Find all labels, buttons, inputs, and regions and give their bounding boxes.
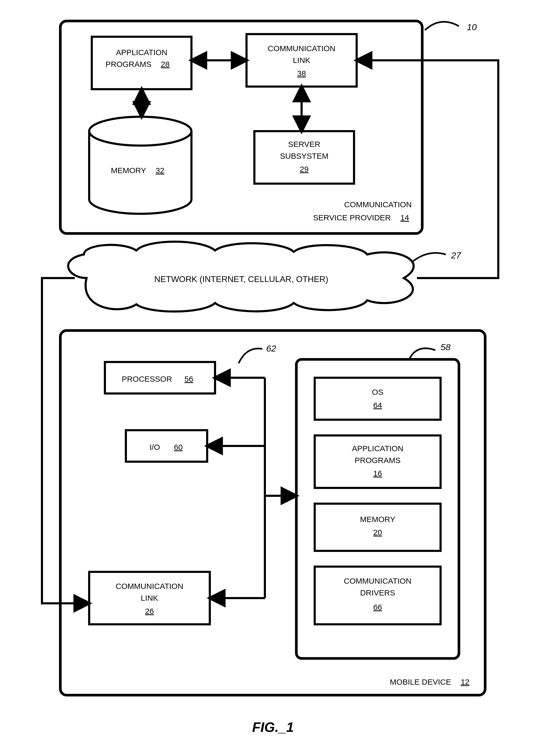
srv29-l1: SERVER	[288, 140, 320, 148]
svg-rect-5	[60, 331, 485, 695]
server-subsystem-29-box: SERVER SUBSYSTEM 29	[254, 131, 354, 184]
bus-ref-62: 62	[239, 343, 276, 363]
drv66-num: 66	[373, 603, 382, 611]
proc56-num: 56	[184, 375, 193, 383]
io60-num: 60	[174, 443, 183, 451]
module-ref-58: 58	[409, 342, 451, 359]
svg-rect-17	[315, 504, 441, 551]
application-programs-28-box: APPLICATION PROGRAMS 28	[92, 37, 191, 89]
processor-56-box: PROCESSOR 56	[105, 362, 215, 393]
cl38-l2: LINK	[293, 56, 311, 65]
app28-num: 28	[161, 60, 169, 68]
communication-link-26-box: COMMUNICATION LINK 26	[89, 572, 210, 624]
proc56-label: PROCESSOR	[122, 375, 172, 383]
mem32-num: 32	[156, 166, 164, 175]
cl38-l1: COMMUNICATION	[268, 44, 335, 53]
cl38-num: 38	[297, 69, 306, 78]
app28-l1: APPLICATION	[116, 48, 167, 57]
communication-service-provider-container: APPLICATION PROGRAMS 28 COMMUNICATION LI…	[60, 21, 422, 233]
ref58: 58	[441, 342, 451, 352]
ref10: 10	[467, 22, 477, 32]
io-60-box: I/O 60	[126, 430, 207, 462]
svg-rect-15	[315, 378, 441, 420]
srv29-num: 29	[300, 165, 308, 173]
system-ref-10: 10	[425, 22, 477, 32]
network-cloud: NETWORK (INTERNET, CELLULAR, OTHER)	[68, 242, 414, 311]
figure-caption: FIG._1	[252, 720, 294, 735]
csp-num: 14	[400, 213, 409, 222]
internal-bus-62	[207, 378, 296, 598]
svg-rect-7	[126, 430, 207, 462]
mem20-num: 20	[373, 528, 382, 537]
apps16-l2: PROGRAMS	[355, 456, 400, 465]
mem32-label: MEMORY	[111, 166, 146, 175]
os64-label: OS	[372, 388, 383, 396]
csp-label-l1: COMMUNICATION	[344, 200, 412, 209]
app28-l2: PROGRAMS	[105, 60, 151, 68]
mem20-label: MEMORY	[360, 515, 395, 524]
cl26-l1: COMMUNICATION	[116, 582, 183, 590]
drv66-l1: COMMUNICATION	[344, 577, 411, 585]
memory-32-cylinder: MEMORY 32	[89, 117, 191, 214]
drv66-l2: DRIVERS	[360, 588, 395, 597]
apps16-l1: APPLICATION	[352, 444, 403, 453]
system-diagram: APPLICATION PROGRAMS 28 COMMUNICATION LI…	[0, 0, 546, 756]
communication-link-38-box: COMMUNICATION LINK 38	[247, 34, 357, 87]
cl26-num: 26	[145, 607, 154, 615]
network-ref-27: 27	[412, 250, 461, 262]
ref62: 62	[266, 343, 276, 353]
srv29-l2: SUBSYSTEM	[280, 152, 328, 160]
svg-point-3	[89, 117, 191, 146]
md-label: MOBILE DEVICE	[390, 678, 451, 686]
network-text: NETWORK (INTERNET, CELLULAR, OTHER)	[154, 274, 328, 284]
md-num: 12	[461, 678, 469, 686]
ref27: 27	[451, 250, 461, 260]
os64-num: 64	[373, 401, 382, 409]
cl26-l2: LINK	[141, 594, 158, 602]
mobile-device-container: PROCESSOR 56 I/O 60 COMMUNICATION LINK 2…	[60, 331, 485, 695]
io60-label: I/O	[149, 443, 160, 451]
arrow-net-to-cl26	[42, 278, 89, 603]
module-box-58: OS 64 APPLICATION PROGRAMS 16 MEMORY 20 …	[296, 359, 459, 658]
apps16-num: 16	[373, 469, 382, 478]
csp-label-l2: SERVICE PROVIDER	[313, 213, 391, 222]
